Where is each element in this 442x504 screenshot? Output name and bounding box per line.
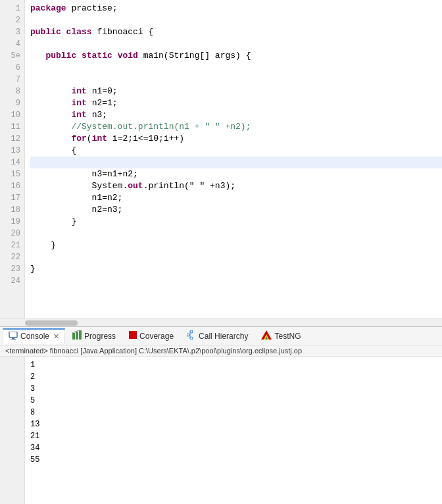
console-icon (9, 332, 18, 341)
code-line-20 (30, 228, 442, 239)
svg-point-9 (190, 337, 193, 340)
code-line-8: int n1=0; (30, 86, 442, 97)
code-line-14 (30, 157, 442, 168)
code-line-4 (30, 38, 442, 50)
console-text[interactable]: 1 2 3 5 8 13 21 34 55 (25, 357, 442, 504)
code-line-15: n3=n1+n2; (30, 168, 442, 180)
output-21: 21 (30, 430, 437, 442)
horizontal-scrollbar[interactable] (0, 318, 442, 326)
svg-rect-1 (12, 338, 14, 339)
svg-point-7 (187, 334, 189, 336)
editor-area: 1 2 3 4 5⊖ 6 7 8 9 10 11 12 13 14 15 16 … (0, 0, 442, 326)
code-line-6 (30, 62, 442, 74)
console-status: <terminated> fibnoacci [Java Application… (0, 345, 442, 357)
output-8: 8 (30, 407, 437, 418)
svg-rect-3 (72, 333, 75, 340)
console-body: 1 2 3 5 8 13 21 34 55 (0, 357, 442, 504)
svg-rect-5 (79, 330, 82, 340)
code-content[interactable]: package practise; public class fibnoacci… (25, 0, 442, 318)
svg-rect-2 (11, 339, 16, 340)
output-1: 1 (30, 359, 437, 371)
tab-callhierarchy-label: Call Hierarchy (199, 332, 248, 341)
progress-icon (72, 330, 82, 341)
tab-console-close[interactable]: ✕ (53, 332, 59, 341)
svg-rect-6 (129, 331, 137, 339)
callhierarchy-icon (187, 330, 196, 341)
code-container: 1 2 3 4 5⊖ 6 7 8 9 10 11 12 13 14 15 16 … (0, 0, 442, 318)
tab-progress-label: Progress (84, 332, 116, 341)
tab-coverage[interactable]: Coverage (123, 328, 180, 344)
code-line-7 (30, 74, 442, 86)
tab-testng-label: TestNG (274, 332, 301, 341)
tab-coverage-label: Coverage (139, 332, 174, 341)
output-13: 13 (30, 418, 437, 430)
tab-progress[interactable]: Progress (66, 328, 122, 344)
status-text: <terminated> fibnoacci [Java Application… (5, 347, 302, 355)
console-gutter (0, 357, 25, 504)
code-line-17: n1=n2; (30, 192, 442, 204)
code-line-1: package practise; (30, 3, 442, 14)
code-line-3: public class fibnoacci { (30, 26, 442, 38)
code-line-12: for(int i=2;i<=10;i++) (30, 133, 442, 145)
tab-testng[interactable]: TestNG (255, 328, 307, 344)
bottom-panel: Console ✕ Progress Coverage (0, 326, 442, 504)
coverage-icon (129, 331, 137, 341)
code-line-11: //System.out.println(n1 + " " +n2); (30, 121, 442, 133)
output-5: 5 (30, 395, 437, 407)
output-34: 34 (30, 442, 437, 454)
code-line-5: public static void main(String[] args) { (30, 50, 442, 62)
line-numbers: 1 2 3 4 5⊖ 6 7 8 9 10 11 12 13 14 15 16 … (0, 0, 25, 318)
code-line-22 (30, 251, 442, 263)
scrollbar-thumb[interactable] (25, 320, 78, 326)
tab-callhierarchy[interactable]: Call Hierarchy (181, 328, 254, 344)
code-line-23: } (30, 263, 442, 275)
output-55: 55 (30, 454, 437, 466)
code-line-13: { (30, 145, 442, 157)
code-line-24 (30, 275, 442, 287)
code-line-2 (30, 14, 442, 26)
tabs-bar: Console ✕ Progress Coverage (0, 327, 442, 345)
svg-rect-0 (9, 332, 17, 338)
svg-rect-4 (76, 332, 78, 340)
svg-point-8 (190, 330, 193, 333)
code-line-21: } (30, 239, 442, 251)
tab-console-label: Console (20, 332, 49, 341)
code-line-18: n2=n3; (30, 204, 442, 216)
tab-console[interactable]: Console ✕ (3, 328, 65, 344)
code-line-19: } (30, 216, 442, 228)
code-line-9: int n2=1; (30, 97, 442, 109)
code-line-10: int n3; (30, 109, 442, 121)
output-3: 3 (30, 383, 437, 395)
testng-icon (261, 330, 272, 341)
output-2: 2 (30, 371, 437, 383)
code-line-16: System.out.println(" " +n3); (30, 180, 442, 192)
